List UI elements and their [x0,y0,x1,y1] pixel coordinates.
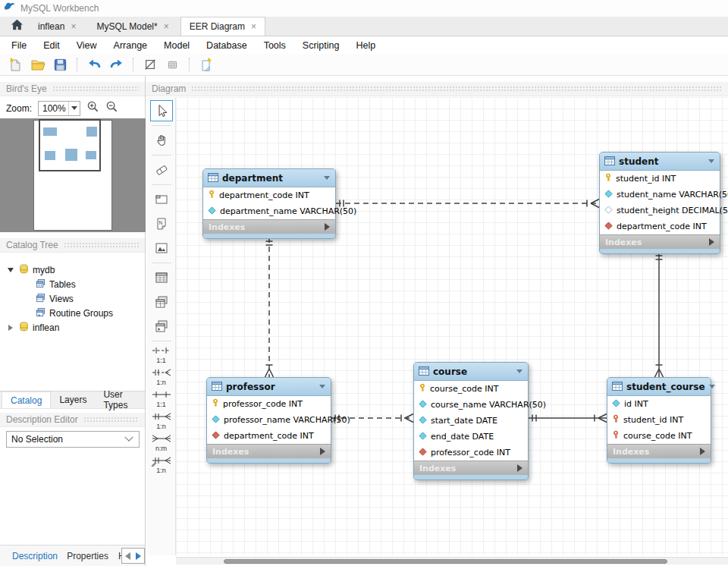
indexes-bar[interactable]: Indexes [203,219,335,234]
expander-down-icon[interactable] [6,268,15,272]
table-department[interactable]: departmentdepartment_code INTdepartment_… [202,168,336,239]
diagram-canvas[interactable]: departmentdepartment_code INTdepartment_… [176,97,728,555]
rel-1-1-identifying-tool-icon[interactable]: 1:1 [149,389,174,408]
view-tool-icon[interactable] [150,291,173,313]
column-student_height[interactable]: student_height DECIMAL(5,2) [600,203,720,219]
panel-tab-catalog[interactable]: Catalog [2,391,51,408]
column-end_date[interactable]: end_date DATE [414,429,528,445]
indexes-bar[interactable]: Indexes [414,461,528,475]
routine-group-tool-icon[interactable] [150,316,173,337]
column-course_name[interactable]: course_name VARCHAR(50) [414,397,528,413]
horizontal-scrollbar[interactable] [176,557,728,564]
column-department_code[interactable]: department_code INT [203,187,335,203]
tree-item-routine-groups[interactable]: Routine Groups [0,306,145,320]
column-student_id[interactable]: student_id INT [607,412,711,428]
column-professor_code[interactable]: professor_code INT [414,445,528,461]
bottom-tab-description[interactable]: Description [3,551,58,561]
relationship-course-student_course[interactable] [529,414,607,423]
column-course_code[interactable]: course_code INT [607,428,711,444]
menu-database[interactable]: Database [198,38,256,53]
redo-button[interactable] [108,57,124,73]
column-professor_name[interactable]: professor_name VARCHAR(50) [207,412,331,428]
tab-scroll-buttons[interactable] [121,548,145,564]
expand-indexes-arrow-icon[interactable] [700,448,705,455]
tab-close-icon[interactable]: × [164,22,169,31]
menu-tools[interactable]: Tools [256,38,294,53]
selection-combobox[interactable]: No Selection [6,431,140,448]
collapse-arrow-icon[interactable] [708,159,714,163]
home-tab[interactable] [5,17,29,36]
tree-item-views[interactable]: Views [0,291,145,306]
expand-indexes-arrow-icon[interactable] [320,448,325,455]
save-model-button[interactable] [52,57,68,73]
rel-1-n-identifying-tool-icon[interactable]: 1:n [149,411,174,430]
indexes-bar[interactable]: Indexes [600,234,720,249]
menu-arrange[interactable]: Arrange [105,38,155,53]
column-professor_code[interactable]: professor_code INT [207,396,331,412]
column-course_code[interactable]: course_code INT [414,381,528,397]
undo-button[interactable] [86,57,102,73]
column-id[interactable]: id INT [607,396,711,412]
toggle-editing-button[interactable] [142,57,158,73]
expand-indexes-arrow-icon[interactable] [709,238,714,246]
image-tool-icon[interactable] [150,237,173,259]
relationship-department-student[interactable] [336,200,599,208]
expand-indexes-arrow-icon[interactable] [517,464,522,472]
menu-scripting[interactable]: Scripting [294,38,348,53]
collapse-arrow-icon[interactable] [709,385,715,388]
column-student_name[interactable]: student_name VARCHAR(50) [600,187,720,203]
menu-edit[interactable]: Edit [35,38,68,53]
pan-tool-icon[interactable] [150,130,173,151]
table-header-department[interactable]: department [203,169,335,187]
table-header-professor[interactable]: professor [207,378,331,396]
minimap-viewport[interactable] [39,119,101,171]
tab-eer-diagram[interactable]: EER Diagram× [180,17,265,36]
tab-mysql-model-[interactable]: MySQL Model*× [87,17,177,36]
tab-inflean[interactable]: inflean× [29,17,85,36]
zoom-select[interactable]: 100% [38,101,80,116]
bottom-tab-properties[interactable]: Properties [58,551,109,561]
expand-indexes-arrow-icon[interactable] [325,223,330,231]
table-header-course[interactable]: course [414,363,528,381]
table-student_course[interactable]: student_courseid INTstudent_id INTcourse… [607,377,711,464]
menu-file[interactable]: File [3,38,35,53]
table-student[interactable]: studentstudent_id INTstudent_name VARCHA… [599,152,720,254]
menu-help[interactable]: Help [347,38,384,53]
zoom-dropdown-arrow-icon[interactable] [68,102,80,115]
scroll-right-arrow-icon[interactable] [136,552,141,560]
table-header-student_course[interactable]: student_course [607,378,711,396]
bottom-tab-h[interactable]: H [109,551,121,561]
table-course[interactable]: coursecourse_code INTcourse_name VARCHAR… [413,362,529,480]
expander-right-icon[interactable] [6,325,15,331]
table-header-student[interactable]: student [600,153,720,171]
rel-1-n-non-identifying-tool-icon[interactable]: 1:n [149,367,174,386]
tree-item-mydb[interactable]: mydb [0,263,145,277]
zoom-in-icon[interactable] [86,100,99,116]
column-student_id[interactable]: student_id INT [600,171,720,187]
table-professor[interactable]: professorprofessor_code INTprofessor_nam… [206,377,331,464]
tab-close-icon[interactable]: × [71,22,76,31]
select-tool-icon[interactable] [150,100,173,121]
scroll-left-arrow-icon[interactable] [125,552,130,560]
column-start_date[interactable]: start_date DATE [414,413,528,429]
tree-item-inflean[interactable]: inflean [0,320,145,335]
relationship-department-professor[interactable] [265,237,274,377]
panel-tab-user-types[interactable]: User Types [95,391,145,408]
tab-close-icon[interactable]: × [251,22,256,31]
horizontal-scrollbar-thumb[interactable] [224,559,667,564]
menu-model[interactable]: Model [155,38,198,53]
rel-1-n-existing-columns-tool-icon[interactable]: 1:n [149,455,174,474]
menu-view[interactable]: View [68,38,105,53]
tree-item-tables[interactable]: Tables [0,277,145,291]
zoom-out-icon[interactable] [105,100,118,116]
rel-1-1-non-identifying-tool-icon[interactable]: 1:1 [149,345,174,364]
table-tool-icon[interactable] [150,267,173,288]
indexes-bar[interactable]: Indexes [607,444,711,458]
eraser-tool-icon[interactable] [150,159,173,181]
relationship-student-student_course[interactable] [655,252,664,377]
collapse-arrow-icon[interactable] [319,385,325,388]
rel-n-m-identifying-tool-icon[interactable]: n:m [149,433,174,452]
birdseye-minimap[interactable] [0,118,146,232]
column-department_code[interactable]: department_code INT [600,219,720,234]
layer-tool-icon[interactable] [150,189,173,210]
